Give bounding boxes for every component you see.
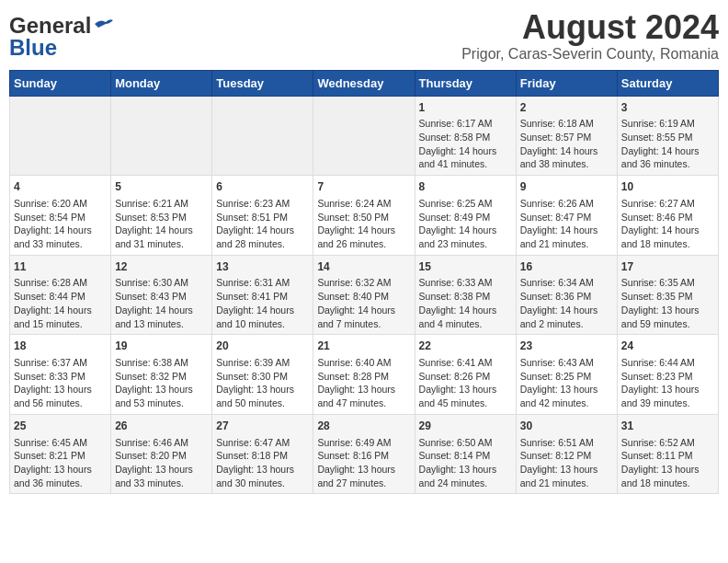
day-number: 7 xyxy=(317,179,410,195)
calendar-cell: 9Sunrise: 6:26 AMSunset: 8:47 PMDaylight… xyxy=(516,176,617,256)
day-info-line: Sunrise: 6:37 AM xyxy=(14,356,107,370)
day-info-line: and 24 minutes. xyxy=(419,477,512,490)
day-info-line: Sunrise: 6:19 AM xyxy=(621,117,714,131)
day-info-line: and 41 minutes. xyxy=(419,157,512,171)
day-number: 18 xyxy=(14,339,107,354)
day-info-line: Daylight: 14 hours xyxy=(621,224,714,237)
day-info-line: Daylight: 13 hours xyxy=(216,383,309,396)
day-info-line: Sunrise: 6:31 AM xyxy=(216,276,309,290)
logo-bird-icon xyxy=(93,17,113,31)
calendar-week-2: 4Sunrise: 6:20 AMSunset: 8:54 PMDaylight… xyxy=(10,176,719,256)
calendar-cell xyxy=(111,96,212,176)
day-info-line: Sunrise: 6:51 AM xyxy=(520,436,613,450)
day-number: 27 xyxy=(216,419,309,434)
calendar-cell: 3Sunrise: 6:19 AMSunset: 8:55 PMDaylight… xyxy=(617,96,718,176)
day-info-line: and 36 minutes. xyxy=(14,477,107,490)
calendar-cell: 24Sunrise: 6:44 AMSunset: 8:23 PMDayligh… xyxy=(617,335,718,415)
day-info-line: Sunrise: 6:38 AM xyxy=(115,356,208,370)
day-info-line: Daylight: 14 hours xyxy=(14,224,107,237)
calendar-cell: 18Sunrise: 6:37 AMSunset: 8:33 PMDayligh… xyxy=(10,335,111,415)
day-info-line: Sunrise: 6:44 AM xyxy=(621,356,714,370)
calendar-cell: 6Sunrise: 6:23 AMSunset: 8:51 PMDaylight… xyxy=(212,176,313,256)
day-info-line: Sunrise: 6:32 AM xyxy=(317,276,410,290)
calendar-cell: 21Sunrise: 6:40 AMSunset: 8:28 PMDayligh… xyxy=(313,335,415,415)
day-info-line: Sunset: 8:43 PM xyxy=(115,290,208,304)
day-info-line: Sunset: 8:41 PM xyxy=(216,290,309,304)
day-info-line: Sunrise: 6:39 AM xyxy=(216,356,309,370)
day-number: 25 xyxy=(14,419,107,434)
day-info-line: Daylight: 13 hours xyxy=(216,463,309,477)
day-info-line: Sunset: 8:32 PM xyxy=(115,370,208,384)
page-subtitle: Prigor, Caras-Severin County, Romania xyxy=(461,46,719,63)
day-info-line: Daylight: 13 hours xyxy=(621,383,714,396)
calendar-cell: 22Sunrise: 6:41 AMSunset: 8:26 PMDayligh… xyxy=(415,335,516,415)
day-info-line: Daylight: 14 hours xyxy=(621,144,714,158)
day-info-line: Daylight: 13 hours xyxy=(419,463,512,477)
day-info-line: Sunset: 8:54 PM xyxy=(14,211,107,224)
day-info-line: and 13 minutes. xyxy=(115,317,208,331)
day-info-line: and 15 minutes. xyxy=(14,317,107,331)
day-info-line: Sunrise: 6:35 AM xyxy=(621,276,714,290)
column-header-tuesday: Tuesday xyxy=(212,70,313,96)
calendar-week-5: 25Sunrise: 6:45 AMSunset: 8:21 PMDayligh… xyxy=(10,414,719,494)
day-info-line: Sunrise: 6:40 AM xyxy=(317,356,410,370)
day-info-line: Sunset: 8:18 PM xyxy=(216,449,309,463)
day-info-line: Daylight: 13 hours xyxy=(419,383,512,396)
day-info-line: Sunrise: 6:41 AM xyxy=(419,356,512,370)
day-info-line: Daylight: 13 hours xyxy=(621,304,714,317)
calendar-cell: 27Sunrise: 6:47 AMSunset: 8:18 PMDayligh… xyxy=(212,414,313,494)
day-info-line: Sunset: 8:46 PM xyxy=(621,211,714,224)
day-info-line: Sunset: 8:21 PM xyxy=(14,449,107,463)
day-info-line: Sunset: 8:28 PM xyxy=(317,370,410,384)
day-info-line: Sunset: 8:58 PM xyxy=(419,131,512,144)
day-info-line: Sunset: 8:47 PM xyxy=(520,211,613,224)
day-info-line: Sunrise: 6:33 AM xyxy=(419,276,512,290)
day-info-line: and 42 minutes. xyxy=(520,396,613,410)
day-info-line: Sunset: 8:26 PM xyxy=(419,370,512,384)
day-number: 5 xyxy=(115,179,208,195)
title-area: August 2024 Prigor, Caras-Severin County… xyxy=(461,9,719,63)
day-info-line: and 18 minutes. xyxy=(621,477,714,490)
day-info-line: Daylight: 13 hours xyxy=(14,383,107,396)
day-info-line: Sunset: 8:36 PM xyxy=(520,290,613,304)
day-number: 20 xyxy=(216,339,309,354)
day-info-line: and 26 minutes. xyxy=(317,237,410,251)
day-number: 10 xyxy=(621,179,714,195)
day-info-line: and 7 minutes. xyxy=(317,317,410,331)
column-header-monday: Monday xyxy=(111,70,212,96)
day-info-line: Daylight: 14 hours xyxy=(14,304,107,317)
day-info-line: Daylight: 14 hours xyxy=(520,144,613,158)
calendar-table: SundayMondayTuesdayWednesdayThursdayFrid… xyxy=(9,70,719,495)
day-info-line: Sunrise: 6:18 AM xyxy=(520,117,613,131)
day-number: 4 xyxy=(14,179,107,195)
calendar-week-1: 1Sunrise: 6:17 AMSunset: 8:58 PMDaylight… xyxy=(10,96,719,176)
day-info-line: Sunset: 8:38 PM xyxy=(419,290,512,304)
calendar-cell: 28Sunrise: 6:49 AMSunset: 8:16 PMDayligh… xyxy=(313,414,415,494)
day-info-line: Sunset: 8:44 PM xyxy=(14,290,107,304)
calendar-cell: 10Sunrise: 6:27 AMSunset: 8:46 PMDayligh… xyxy=(617,176,718,256)
column-header-saturday: Saturday xyxy=(617,70,718,96)
day-info-line: and 28 minutes. xyxy=(216,237,309,251)
day-number: 30 xyxy=(520,419,613,434)
calendar-cell: 31Sunrise: 6:52 AMSunset: 8:11 PMDayligh… xyxy=(617,414,718,494)
day-info-line: Daylight: 13 hours xyxy=(14,463,107,477)
day-info-line: Sunrise: 6:28 AM xyxy=(14,276,107,290)
day-info-line: and 2 minutes. xyxy=(520,317,613,331)
day-number: 31 xyxy=(621,419,714,434)
day-info-line: Sunrise: 6:43 AM xyxy=(520,356,613,370)
day-info-line: Sunset: 8:33 PM xyxy=(14,370,107,384)
calendar-cell: 2Sunrise: 6:18 AMSunset: 8:57 PMDaylight… xyxy=(516,96,617,176)
calendar-cell: 19Sunrise: 6:38 AMSunset: 8:32 PMDayligh… xyxy=(111,335,212,415)
day-info-line: Sunrise: 6:47 AM xyxy=(216,436,309,450)
day-info-line: Sunset: 8:12 PM xyxy=(520,449,613,463)
day-info-line: and 53 minutes. xyxy=(115,396,208,410)
day-info-line: Sunrise: 6:24 AM xyxy=(317,197,410,211)
day-number: 21 xyxy=(317,339,410,354)
day-info-line: and 39 minutes. xyxy=(621,396,714,410)
day-number: 24 xyxy=(621,339,714,354)
day-number: 6 xyxy=(216,179,309,195)
calendar-cell: 14Sunrise: 6:32 AMSunset: 8:40 PMDayligh… xyxy=(313,255,415,335)
day-info-line: and 21 minutes. xyxy=(520,237,613,251)
day-number: 22 xyxy=(419,339,512,354)
calendar-header: SundayMondayTuesdayWednesdayThursdayFrid… xyxy=(10,70,719,96)
